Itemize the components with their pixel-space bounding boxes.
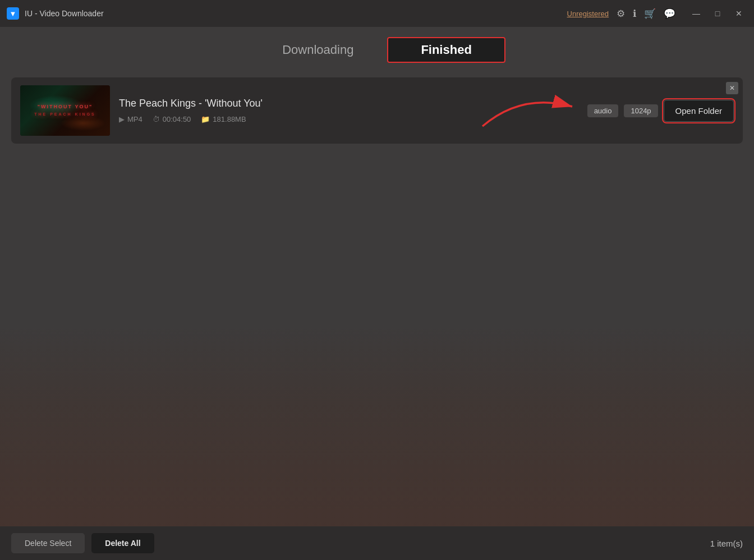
tab-finished[interactable]: Finished [387,37,505,63]
meta-duration: ⏱ 00:04:50 [153,115,191,123]
item-details: The Peach Kings - 'Without You' ▶ MP4 ⏱ … [119,98,578,123]
close-button[interactable]: ✕ [730,6,747,21]
tab-downloading[interactable]: Downloading [249,37,387,63]
chat-icon[interactable]: 💬 [664,8,675,20]
delete-select-button[interactable]: Delete Select [11,533,85,553]
app-icon: ▼ [7,7,19,20]
delete-all-button[interactable]: Delete All [91,533,154,553]
meta-filesize: 📁 181.88MB [201,115,246,123]
content-area: "WITHOUT YOU"THE PEACH KINGS The Peach K… [0,68,754,153]
item-title: The Peach Kings - 'Without You' [119,98,578,109]
cart-icon[interactable]: 🛒 [644,8,656,20]
item-actions: audio 1024p Open Folder [587,100,734,122]
quality-badge: 1024p [624,104,658,117]
item-count: 1 item(s) [710,539,743,548]
format-label: MP4 [127,115,142,123]
footer: Delete Select Delete All 1 item(s) [0,526,754,560]
download-card: "WITHOUT YOU"THE PEACH KINGS The Peach K… [11,77,743,144]
app-icon-char: ▼ [10,10,17,18]
thumbnail-text: "WITHOUT YOU"THE PEACH KINGS [34,103,96,117]
titlebar-right: Unregistered ⚙ ℹ 🛒 💬 — □ ✕ [567,6,747,21]
info-icon[interactable]: ℹ [633,8,636,20]
footer-left: Delete Select Delete All [11,533,154,553]
minimize-button[interactable]: — [688,6,705,21]
duration-label: 00:04:50 [163,115,191,123]
clock-icon: ⏱ [153,115,160,123]
bottom-overlay [0,324,754,526]
thumbnail: "WITHOUT YOU"THE PEACH KINGS [20,85,110,136]
filesize-label: 181.88MB [213,115,246,123]
meta-format: ▶ MP4 [119,115,142,123]
close-card-button[interactable]: ✕ [726,82,738,94]
tabs-bar: Downloading Finished [0,27,754,68]
open-folder-button[interactable]: Open Folder [664,100,734,122]
gear-icon[interactable]: ⚙ [617,8,625,20]
maximize-button[interactable]: □ [709,6,726,21]
format-icon: ▶ [119,115,125,123]
titlebar-left: ▼ IU - Video Downloader [7,7,104,20]
app-title: IU - Video Downloader [25,9,104,18]
unregistered-link[interactable]: Unregistered [567,10,609,18]
item-meta: ▶ MP4 ⏱ 00:04:50 📁 181.88MB [119,115,578,123]
window-controls: — □ ✕ [688,6,747,21]
titlebar: ▼ IU - Video Downloader Unregistered ⚙ ℹ… [0,0,754,27]
folder-icon: 📁 [201,115,210,123]
audio-badge: audio [587,104,619,117]
